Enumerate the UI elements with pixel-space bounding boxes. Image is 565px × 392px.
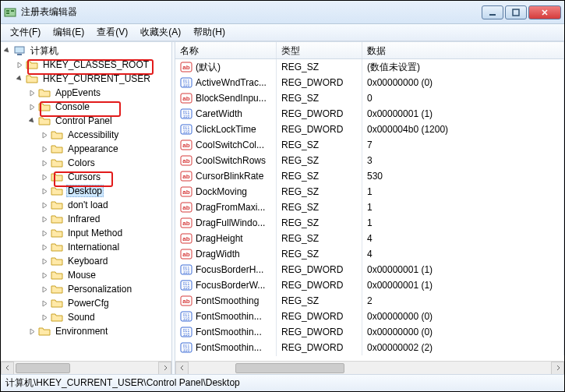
tree-scroll[interactable]: 计算机 HKEY_CLASSES_ROOT HKEY_CURRENT_USER … <box>1 44 171 361</box>
expand-icon[interactable] <box>27 88 37 97</box>
value-data: 1 <box>362 184 564 200</box>
tree-node[interactable]: Mouse <box>40 268 171 282</box>
list-row[interactable]: abDragHeightREG_SZ4 <box>175 231 564 246</box>
value-type: REG_SZ <box>277 168 362 184</box>
collapse-icon[interactable] <box>15 74 24 83</box>
list-row[interactable]: 011110ClickLockTimeREG_DWORD0x000004b0 (… <box>175 122 564 137</box>
tree-node[interactable]: Personalization <box>40 282 171 296</box>
tree-node[interactable]: Sound <box>40 310 171 324</box>
value-type: REG_DWORD <box>277 106 362 122</box>
expand-icon[interactable] <box>40 298 49 308</box>
tree-node[interactable]: Infrared <box>40 212 171 226</box>
menu-edit[interactable]: 编辑(E) <box>47 24 90 41</box>
tree-node[interactable]: International <box>40 240 171 254</box>
expand-icon[interactable] <box>40 313 49 322</box>
list-row[interactable]: 011110ActiveWndTrac...REG_DWORD0x0000000… <box>175 75 564 90</box>
expand-icon[interactable] <box>40 130 49 139</box>
expand-icon[interactable] <box>40 228 49 238</box>
expand-icon[interactable] <box>40 214 49 224</box>
list-row[interactable]: 011110FontSmoothin...REG_DWORD0x00000000… <box>175 309 564 324</box>
list-row[interactable]: 011110CaretWidthREG_DWORD0x00000001 (1) <box>175 106 564 122</box>
folder-icon <box>51 171 63 182</box>
list-row[interactable]: 011110FontSmoothin...REG_DWORD0x00000000… <box>175 324 564 340</box>
tree-node-hkcu[interactable]: HKEY_CURRENT_USER <box>15 72 171 86</box>
tree-node[interactable]: Input Method <box>40 226 171 240</box>
svg-text:110: 110 <box>183 332 190 337</box>
list-row[interactable]: abDragFullWindo...REG_SZ1 <box>175 215 564 231</box>
expand-icon[interactable] <box>40 144 49 154</box>
list-row[interactable]: 011110FocusBorderH...REG_DWORD0x00000001… <box>175 262 564 277</box>
tree-node[interactable]: Appearance <box>40 142 171 156</box>
scroll-left-icon[interactable] <box>1 362 14 375</box>
tree-node[interactable]: AppEvents <box>27 86 171 100</box>
tree-node[interactable]: Accessibility <box>40 128 171 142</box>
tree-node[interactable]: Environment <box>27 324 171 338</box>
expand-icon[interactable] <box>15 60 24 69</box>
expand-icon[interactable] <box>40 284 49 294</box>
maximize-button[interactable] <box>505 5 527 19</box>
collapse-icon[interactable] <box>2 46 12 55</box>
value-name: FontSmoothin... <box>196 311 262 322</box>
list-row[interactable]: abDragWidthREG_SZ4 <box>175 246 564 262</box>
list-row[interactable]: abCursorBlinkRateREG_SZ530 <box>175 168 564 184</box>
scroll-thumb[interactable] <box>235 363 344 373</box>
tree-node[interactable]: Cursors <box>40 170 171 184</box>
tree-node[interactable]: Desktop <box>40 184 171 198</box>
value-data: 0x00000000 (0) <box>362 75 564 90</box>
title-bar[interactable]: 注册表编辑器 <box>1 1 564 24</box>
expand-icon[interactable] <box>27 102 37 111</box>
expand-icon[interactable] <box>40 158 49 168</box>
tree-horizontal-scrollbar[interactable] <box>1 361 171 374</box>
expand-icon[interactable] <box>40 186 49 196</box>
list-row[interactable]: 011110FocusBorderW...REG_DWORD0x00000001… <box>175 277 564 293</box>
list-row[interactable]: ab(默认)REG_SZ(数值未设置) <box>175 59 564 75</box>
tree-label: Keyboard <box>66 256 109 267</box>
tree-node-control-panel[interactable]: Control Panel <box>27 114 171 128</box>
value-name: (默认) <box>196 61 221 74</box>
column-header-data[interactable]: 数据 <box>362 42 564 58</box>
tree-node-hkcr[interactable]: HKEY_CLASSES_ROOT <box>15 58 171 72</box>
expand-icon[interactable] <box>40 200 49 210</box>
list-horizontal-scrollbar[interactable] <box>175 361 564 374</box>
tree-node-computer[interactable]: 计算机 <box>2 44 171 58</box>
menu-favorites[interactable]: 收藏夹(A) <box>134 24 187 41</box>
svg-text:ab: ab <box>182 157 189 164</box>
menu-view[interactable]: 查看(V) <box>90 24 134 41</box>
tree-node[interactable]: Colors <box>40 156 171 170</box>
expand-icon[interactable] <box>40 172 49 182</box>
scroll-thumb[interactable] <box>16 363 70 373</box>
column-header-type[interactable]: 类型 <box>277 42 362 58</box>
scroll-right-icon[interactable] <box>551 362 564 375</box>
minimize-button[interactable] <box>482 5 503 19</box>
expand-icon[interactable] <box>40 242 49 252</box>
column-header-name[interactable]: 名称 <box>175 42 277 58</box>
list-row[interactable]: abBlockSendInpu...REG_SZ0 <box>175 90 564 106</box>
expand-icon[interactable] <box>40 270 49 280</box>
menu-file[interactable]: 文件(F) <box>4 24 47 41</box>
svg-text:ab: ab <box>182 64 189 71</box>
svg-text:ab: ab <box>182 220 189 227</box>
list-row[interactable]: abDockMovingREG_SZ1 <box>175 184 564 200</box>
tree-node[interactable]: Keyboard <box>40 254 171 268</box>
tree-node[interactable]: Console <box>27 100 171 114</box>
value-type: REG_SZ <box>277 231 362 246</box>
list-row[interactable]: 011110FontSmoothin...REG_DWORD0x00000002… <box>175 340 564 355</box>
menu-help[interactable]: 帮助(H) <box>187 24 231 41</box>
close-button[interactable] <box>528 5 561 19</box>
scroll-left-icon[interactable] <box>175 362 189 375</box>
value-type: REG_SZ <box>277 200 362 215</box>
list-row[interactable]: abFontSmoothingREG_SZ2 <box>175 293 564 309</box>
list-row[interactable]: abCoolSwitchCol...REG_SZ7 <box>175 137 564 153</box>
expand-icon[interactable] <box>27 327 37 336</box>
tree-node[interactable]: don't load <box>40 198 171 212</box>
list-row[interactable]: abDragFromMaxi...REG_SZ1 <box>175 200 564 215</box>
tree-node[interactable]: PowerCfg <box>40 296 171 310</box>
list-row[interactable]: abCoolSwitchRowsREG_SZ3 <box>175 153 564 168</box>
expand-icon[interactable] <box>40 256 49 266</box>
collapse-icon[interactable] <box>27 116 37 125</box>
scroll-right-icon[interactable] <box>158 362 171 375</box>
folder-icon <box>38 101 51 112</box>
value-type: REG_SZ <box>277 184 362 200</box>
value-type: REG_SZ <box>277 137 362 153</box>
list-scroll[interactable]: 名称 类型 数据 ab(默认)REG_SZ(数值未设置)011110Active… <box>175 42 564 361</box>
